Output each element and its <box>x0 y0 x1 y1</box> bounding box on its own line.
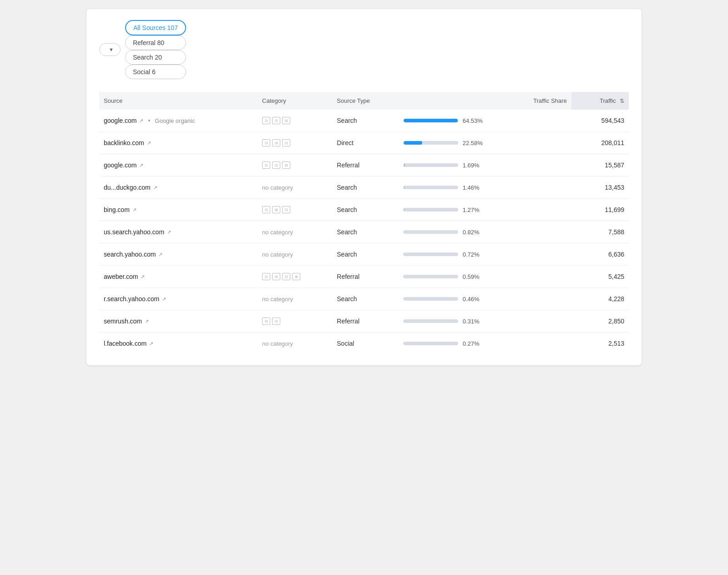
external-link-icon[interactable]: ↗ <box>139 162 143 168</box>
traffic-cell-2: 15,587 <box>571 154 629 177</box>
table-wrap: SourceCategorySource TypeTraffic ShareTr… <box>99 92 629 354</box>
bar-track <box>404 208 458 212</box>
source-name: google.com <box>104 161 136 169</box>
traffic-cell-9: 2,850 <box>571 310 629 333</box>
table-row: google.com ↗• Google organic⊡⊡⊟Search 64… <box>99 110 629 132</box>
table-row: semrush.com ↗⊟⊡Referral 0.31% 2,850 <box>99 310 629 333</box>
bar-track <box>404 230 458 234</box>
tablet-icon: ⊡ <box>272 161 280 169</box>
external-link-icon[interactable]: ↗ <box>153 185 157 191</box>
source-type-cell-0: Search <box>332 110 399 132</box>
source-type-cell-7: Referral <box>332 266 399 288</box>
pct-label: 1.46% <box>463 184 484 191</box>
bar-track <box>404 275 458 278</box>
category-cell-5: no category <box>258 221 332 243</box>
bar-track <box>404 119 458 122</box>
grid-icon: ⊞ <box>272 206 280 213</box>
category-icons: ⊡⊟⊡⊞ <box>262 273 328 280</box>
source-name: search.yahoo.com <box>104 251 156 258</box>
desktop-icon: ⊡ <box>262 117 270 124</box>
pct-label: 0.72% <box>463 251 484 258</box>
filter-bar: ▼ All Sources 107Referral 80Search 20Soc… <box>99 20 629 79</box>
bar-fill <box>404 275 404 278</box>
traffic-value: 7,588 <box>608 228 624 236</box>
desktop2-icon: ⊡ <box>272 318 280 325</box>
source-cell-1: backlinko.com ↗ <box>99 132 258 154</box>
external-link-icon[interactable]: ↗ <box>132 207 136 213</box>
traffic-cell-0: 594,543 <box>571 110 629 132</box>
bar-track <box>404 163 458 167</box>
source-type-cell-1: Direct <box>332 132 399 154</box>
source-cell-7: aweber.com ↗ <box>99 266 258 288</box>
traffic-cell-4: 11,699 <box>571 199 629 221</box>
external-link-icon[interactable]: ↗ <box>167 229 171 235</box>
traffic-value: 594,543 <box>601 117 624 124</box>
source-name: l.facebook.com <box>104 340 147 347</box>
pct-label: 0.27% <box>463 340 484 347</box>
bar-fill <box>404 163 405 167</box>
external-link-icon[interactable]: ↗ <box>158 252 162 257</box>
traffic-value: 2,850 <box>608 318 624 325</box>
external-link-icon[interactable]: ↗ <box>147 140 151 146</box>
filter-tab-social[interactable]: Social 6 <box>125 65 186 79</box>
table-row: du...duckgo.com ↗no categorySearch 1.46%… <box>99 177 629 199</box>
source-type-cell-2: Referral <box>332 154 399 177</box>
traffic-share-cell-1: 22.58% <box>399 132 571 154</box>
traffic-cell-1: 208,011 <box>571 132 629 154</box>
external-link-icon[interactable]: ↗ <box>145 318 149 324</box>
traffic-share-cell-8: 0.46% <box>399 288 571 310</box>
source-type-cell-5: Search <box>332 221 399 243</box>
pct-label: 0.46% <box>463 296 484 303</box>
table-row: aweber.com ↗⊡⊟⊡⊞Referral 0.59% 5,425 <box>99 266 629 288</box>
category-icons: no category <box>262 184 328 191</box>
traffic-share-cell-7: 0.59% <box>399 266 571 288</box>
no-category-label: no category <box>262 184 293 191</box>
source-cell-0: google.com ↗• Google organic <box>99 110 258 132</box>
category-cell-3: no category <box>258 177 332 199</box>
chevron-down-icon: ▼ <box>109 47 114 52</box>
source-name: backlinko.com <box>104 139 144 146</box>
bar-fill <box>404 230 404 234</box>
pct-label: 22.58% <box>463 140 484 146</box>
source-type-label: Referral <box>337 318 359 325</box>
external-link-icon[interactable]: ↗ <box>141 274 145 280</box>
table-row: bing.com ↗⊡⊞⊡Search 1.27% 11,699 <box>99 199 629 221</box>
pct-label: 1.27% <box>463 207 484 213</box>
category-icons: ⊡⊡⊟ <box>262 117 328 124</box>
tablet2-icon: ⊡ <box>282 206 290 213</box>
traffic-cell-10: 2,513 <box>571 333 629 355</box>
source-type-label: Search <box>337 117 357 124</box>
external-link-icon[interactable]: ↗ <box>139 118 143 124</box>
desktop2-icon: ⊡ <box>282 139 290 146</box>
external-link-icon[interactable]: ↗ <box>149 341 153 347</box>
bar-track <box>404 342 458 345</box>
table-row: backlinko.com ↗⊡⊟⊡Direct 22.58% 208,011 <box>99 132 629 154</box>
external-link-icon[interactable]: ↗ <box>162 296 166 302</box>
no-category-label: no category <box>262 340 293 347</box>
source-cell-9: semrush.com ↗ <box>99 310 258 333</box>
filter-tab-search[interactable]: Search 20 <box>125 50 186 65</box>
traffic-share-cell-5: 0.82% <box>399 221 571 243</box>
bar-fill <box>404 319 404 323</box>
no-category-label: no category <box>262 296 293 303</box>
source-cell-4: bing.com ↗ <box>99 199 258 221</box>
traffic-value: 11,699 <box>605 206 624 213</box>
source-type-label: Search <box>337 228 357 236</box>
source-cell-8: r.search.yahoo.com ↗ <box>99 288 258 310</box>
category-cell-10: no category <box>258 333 332 355</box>
bar-track <box>404 186 458 189</box>
category-icons: ⊡⊞⊡ <box>262 206 328 213</box>
table-header: SourceCategorySource TypeTraffic ShareTr… <box>99 92 629 110</box>
sub-label: Google organic <box>155 117 195 124</box>
pct-label: 0.59% <box>463 273 484 280</box>
col-header-source_type: Source Type <box>332 92 399 110</box>
no-category-label: no category <box>262 251 293 258</box>
category-icons: ⊟⊡ <box>262 318 328 325</box>
filter-tab-referral[interactable]: Referral 80 <box>125 35 186 50</box>
bar-fill <box>404 186 405 189</box>
bar-fill <box>404 208 404 212</box>
category-filter[interactable]: ▼ <box>99 43 121 56</box>
traffic-cell-6: 6,636 <box>571 243 629 266</box>
filter-tab-all[interactable]: All Sources 107 <box>125 20 186 35</box>
col-header-traffic[interactable]: Traffic ⇅ <box>571 92 629 110</box>
